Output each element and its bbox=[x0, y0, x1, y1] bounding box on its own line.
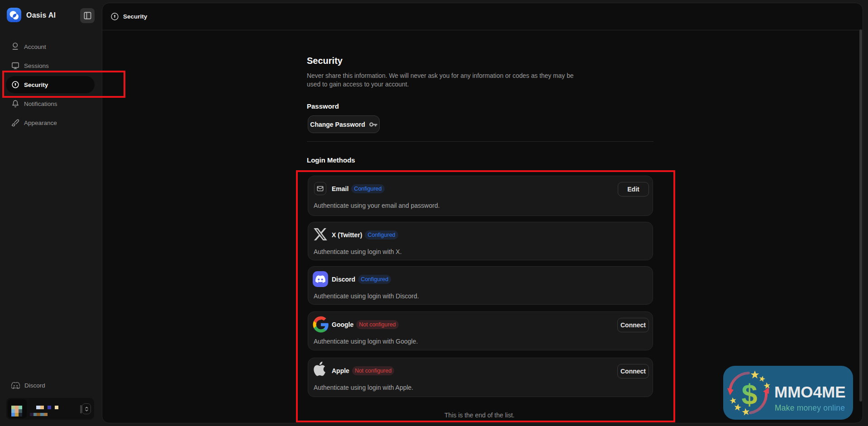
svg-text:$: $ bbox=[741, 378, 757, 410]
